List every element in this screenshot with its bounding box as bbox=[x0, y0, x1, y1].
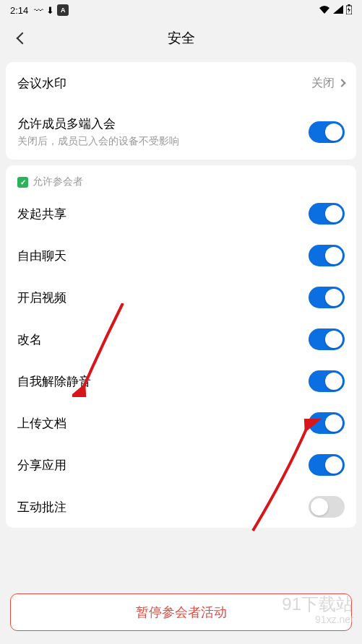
wifi-icon bbox=[319, 5, 330, 16]
battery-icon bbox=[346, 4, 352, 17]
status-icon-download: ⬇ bbox=[46, 5, 54, 16]
status-icon-mountain: 〰 bbox=[34, 5, 43, 16]
multidevice-label: 允许成员多端入会 bbox=[17, 116, 179, 132]
watermark-value: 关闭 bbox=[311, 76, 335, 91]
card-permissions: 允许参会者 发起共享自由聊天开启视频改名自我解除静音上传文档分享应用互动批注 bbox=[6, 165, 356, 528]
row-multidevice: 允许成员多端入会 关闭后，成员已入会的设备不受影响 bbox=[6, 104, 356, 160]
upload-toggle[interactable] bbox=[309, 412, 345, 434]
chat-toggle[interactable] bbox=[309, 245, 345, 266]
chevron-left-icon bbox=[17, 32, 29, 45]
chat-label: 自由聊天 bbox=[17, 248, 66, 264]
rename-label: 改名 bbox=[17, 331, 42, 348]
shield-check-icon bbox=[17, 177, 28, 188]
video-toggle[interactable] bbox=[309, 287, 345, 308]
row-rename: 改名 bbox=[6, 318, 356, 360]
status-bar: 2:14 〰 ⬇ A bbox=[0, 0, 362, 20]
multidevice-sub: 关闭后，成员已入会的设备不受影响 bbox=[17, 135, 179, 148]
row-watermark[interactable]: 会议水印 关闭 bbox=[6, 62, 356, 104]
annotate-toggle[interactable] bbox=[309, 496, 345, 518]
row-chat: 自由聊天 bbox=[6, 235, 356, 277]
pause-participants-button[interactable]: 暂停参会者活动 bbox=[10, 593, 352, 631]
multidevice-toggle[interactable] bbox=[309, 121, 345, 143]
watermark-label: 会议水印 bbox=[17, 75, 66, 92]
unmute-label: 自我解除静音 bbox=[17, 373, 91, 390]
upload-label: 上传文档 bbox=[17, 415, 66, 432]
row-share: 发起共享 bbox=[6, 193, 356, 235]
signal-icon bbox=[333, 5, 343, 16]
share-toggle[interactable] bbox=[309, 203, 345, 225]
back-button[interactable] bbox=[12, 27, 33, 49]
rename-toggle[interactable] bbox=[309, 328, 345, 350]
section-header-allow: 允许参会者 bbox=[6, 165, 356, 193]
svg-rect-1 bbox=[348, 4, 350, 6]
video-label: 开启视频 bbox=[17, 290, 66, 306]
row-upload: 上传文档 bbox=[6, 402, 356, 444]
chevron-right-icon bbox=[337, 79, 345, 87]
shareapp-label: 分享应用 bbox=[17, 457, 66, 474]
row-video: 开启视频 bbox=[6, 277, 356, 318]
pause-button-label: 暂停参会者活动 bbox=[136, 604, 227, 621]
status-time: 2:14 bbox=[10, 5, 28, 16]
shareapp-toggle[interactable] bbox=[309, 454, 345, 476]
section-header-label: 允许参会者 bbox=[33, 175, 83, 188]
row-shareapp: 分享应用 bbox=[6, 444, 356, 486]
page-title: 安全 bbox=[0, 29, 362, 48]
page-header: 安全 bbox=[0, 20, 362, 56]
unmute-toggle[interactable] bbox=[309, 370, 345, 392]
row-unmute: 自我解除静音 bbox=[6, 360, 356, 402]
card-settings: 会议水印 关闭 允许成员多端入会 关闭后，成员已入会的设备不受影响 bbox=[6, 62, 356, 160]
row-annotate: 互动批注 bbox=[6, 486, 356, 528]
share-label: 发起共享 bbox=[17, 206, 66, 222]
annotate-label: 互动批注 bbox=[17, 499, 66, 515]
status-icon-badge-a: A bbox=[57, 4, 69, 16]
